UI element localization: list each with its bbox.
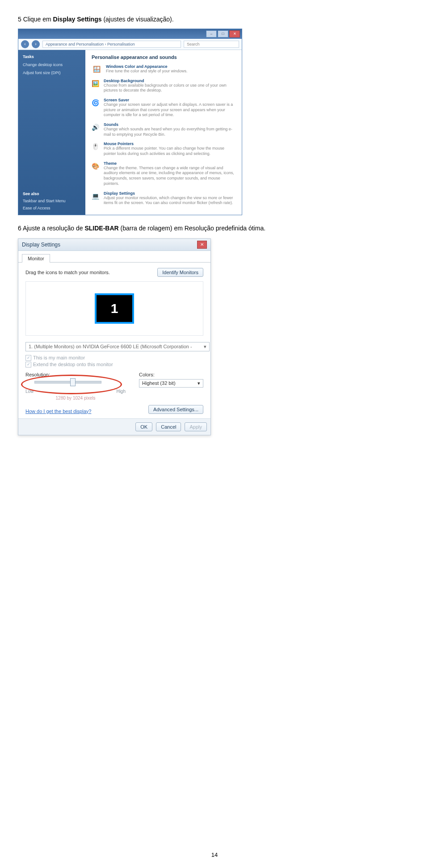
item-desc: Change your screen saver or adjust when …: [104, 102, 236, 118]
main-monitor-checkbox: ✓ This is my main monitor: [25, 355, 203, 361]
step5-pre: 5 Clique em: [18, 16, 53, 23]
checkbox-icon: ✓: [25, 362, 31, 367]
search-input[interactable]: Search: [184, 41, 239, 48]
theme-icon: 🎨: [92, 161, 99, 171]
slider-high-label: High: [116, 389, 126, 394]
task-link[interactable]: Adjust font size (DPI): [23, 71, 81, 75]
task-link[interactable]: Change desktop icons: [23, 63, 81, 67]
slider-low-label: Low: [25, 389, 34, 394]
item-title: Mouse Pointers: [104, 142, 236, 146]
step5-text: 5 Clique em Display Settings (ajustes de…: [18, 15, 411, 24]
nav-back-icon[interactable]: ‹: [21, 40, 29, 48]
drag-hint: Drag the icons to match your monitors.: [25, 270, 110, 275]
item-title: Screen Saver: [104, 98, 236, 102]
color-depth-combo[interactable]: Highest (32 bit) ▾: [139, 379, 203, 388]
breadcrumb-bar: ‹ › Appearance and Personalisation › Per…: [18, 39, 242, 50]
monitor-arrangement[interactable]: 1: [25, 281, 203, 336]
item-mouse-pointers[interactable]: 🖱️ Mouse Pointers Pick a different mouse…: [92, 142, 236, 156]
monitor-icon: 💻: [92, 191, 99, 201]
close-button[interactable]: ✕: [197, 241, 207, 249]
combo-value: 1. (Multiple Monitors) on NVIDIA GeForce…: [29, 344, 192, 349]
item-title: Display Settings: [104, 191, 236, 196]
page-title: Personalise appearance and sounds: [92, 54, 236, 60]
personalization-window: – □ ✕ ‹ › Appearance and Personalisation…: [18, 29, 242, 215]
extend-desktop-checkbox: ✓ Extend the desktop onto this monitor: [25, 362, 203, 367]
checkbox-label: This is my main monitor: [33, 355, 85, 360]
slider-handle[interactable]: [70, 378, 76, 386]
resolution-slider[interactable]: [25, 377, 110, 389]
cancel-button[interactable]: Cancel: [156, 422, 181, 431]
item-desc: Adjust your monitor resolution, which ch…: [104, 196, 236, 206]
chevron-down-icon: ▾: [204, 344, 206, 350]
step6-pre: 6 Ajuste a resolução de: [18, 225, 84, 232]
close-button[interactable]: ✕: [229, 30, 240, 38]
checkbox-label: Extend the desktop onto this monitor: [33, 362, 113, 367]
task-pane: Tasks Change desktop icons Adjust font s…: [18, 50, 85, 215]
colors-label: Colors:: [139, 372, 203, 377]
resolution-readout: 1280 by 1024 pixels: [25, 396, 126, 401]
window-title: Display Settings: [22, 242, 60, 248]
help-link[interactable]: How do I get the best display?: [25, 409, 91, 414]
swirl-icon: 🌀: [92, 98, 99, 108]
identify-monitors-button[interactable]: Identify Monitors: [157, 268, 203, 277]
item-desc: Pick a different mouse pointer. You can …: [104, 146, 236, 156]
item-title: Theme: [104, 161, 236, 166]
minimize-button[interactable]: –: [206, 30, 217, 38]
combo-value: Highest (32 bit): [142, 380, 176, 386]
step6-post: (barra de rolagem) em Resolução predefin…: [121, 225, 266, 232]
see-also-link[interactable]: Taskbar and Start Menu: [23, 199, 81, 203]
step5-bold: Display Settings: [53, 16, 102, 23]
chevron-down-icon: ▾: [198, 380, 200, 386]
tab-monitor[interactable]: Monitor: [22, 254, 50, 263]
item-theme[interactable]: 🎨 Theme Change the theme. Themes can cha…: [92, 161, 236, 187]
resolution-label: Resolution:: [25, 372, 126, 377]
nav-forward-icon[interactable]: ›: [32, 40, 40, 48]
item-title: Desktop Background: [104, 79, 236, 83]
item-desc: Change the theme. Themes can change a wi…: [104, 166, 236, 187]
ok-button[interactable]: OK: [135, 422, 152, 431]
mouse-icon: 🖱️: [92, 142, 99, 151]
item-display-settings[interactable]: 💻 Display Settings Adjust your monitor r…: [92, 191, 236, 206]
item-title: Sounds: [104, 122, 236, 127]
see-also-heading: See also: [23, 192, 81, 196]
checkbox-icon: ✓: [25, 355, 31, 361]
advanced-settings-button[interactable]: Advanced Settings...: [148, 405, 203, 414]
speaker-icon: 🔊: [92, 122, 99, 132]
step5-post: (ajustes de visualização).: [103, 16, 173, 23]
item-desktop-background[interactable]: 🖼️ Desktop Background Choose from availa…: [92, 79, 236, 93]
window-titlebar: Display Settings ✕: [18, 239, 210, 251]
maximize-button[interactable]: □: [218, 30, 228, 38]
item-screen-saver[interactable]: 🌀 Screen Saver Change your screen saver …: [92, 98, 236, 118]
step6-text: 6 Ajuste a resolução de SLIDE-BAR (barra…: [18, 224, 411, 233]
personalization-list: Personalise appearance and sounds 🪟 Wind…: [85, 50, 242, 215]
monitor-1[interactable]: 1: [95, 293, 134, 324]
window-titlebar: – □ ✕: [18, 29, 242, 39]
display-settings-window: Display Settings ✕ Monitor Drag the icon…: [18, 238, 211, 435]
picture-icon: 🖼️: [92, 79, 99, 88]
apply-button[interactable]: Apply: [185, 422, 207, 431]
tasks-heading: Tasks: [23, 54, 81, 59]
item-title: Windows Color and Appearance: [106, 64, 188, 69]
step6-bold: SLIDE-BAR: [84, 225, 118, 232]
item-desc: Fine tune the color and style of your wi…: [106, 69, 188, 74]
item-sounds[interactable]: 🔊 Sounds Change which sounds are heard w…: [92, 122, 236, 137]
dialog-button-row: OK Cancel Apply: [18, 418, 210, 435]
item-desc: Choose from available backgrounds or col…: [104, 83, 236, 93]
display-device-combo[interactable]: 1. (Multiple Monitors) on NVIDIA GeForce…: [25, 342, 210, 351]
palette-icon: 🪟: [92, 64, 101, 74]
item-window-color[interactable]: 🪟 Windows Color and Appearance Fine tune…: [92, 64, 236, 74]
breadcrumb[interactable]: Appearance and Personalisation › Persona…: [42, 41, 181, 48]
item-desc: Change which sounds are heard when you d…: [104, 127, 236, 137]
see-also-link[interactable]: Ease of Access: [23, 206, 81, 210]
